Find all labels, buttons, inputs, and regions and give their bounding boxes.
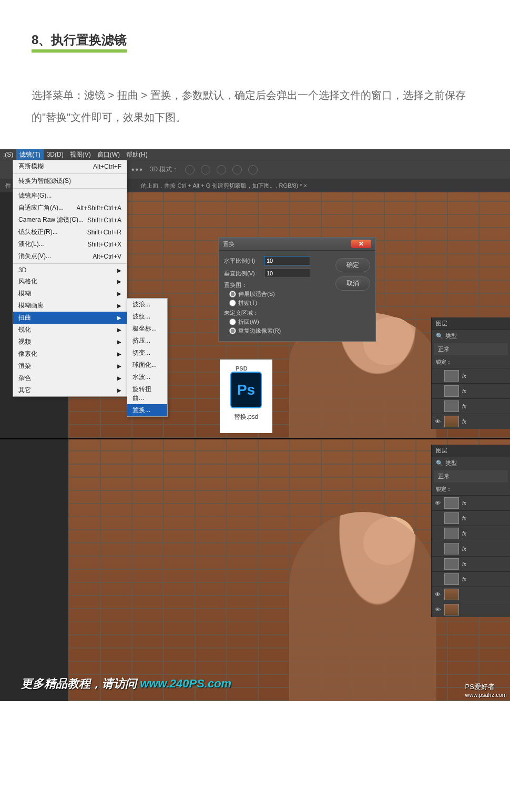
menu-3d[interactable]: 3D(D): [44, 150, 67, 159]
menu-stylize[interactable]: 风格化▶: [13, 275, 127, 287]
layer-row[interactable]: 👁: [432, 602, 510, 617]
menu-noise[interactable]: 杂色▶: [13, 372, 127, 384]
more-icon[interactable]: •••: [131, 165, 144, 174]
menu-distort[interactable]: 扭曲▶: [13, 312, 127, 324]
layers-filter[interactable]: 🔍类型: [432, 330, 510, 342]
layer-row[interactable]: fx: [432, 510, 510, 526]
layer-row[interactable]: 👁: [432, 587, 510, 602]
3d-roll-icon[interactable]: [201, 165, 210, 174]
chevron-right-icon: ▶: [117, 303, 121, 309]
visibility-icon[interactable]: 👁: [434, 418, 441, 425]
layer-thumb: [444, 385, 459, 397]
menu-render[interactable]: 渲染▶: [13, 360, 127, 372]
layer-thumb: [444, 589, 459, 600]
footer-text: 更多精品教程，请访问 www.240PS.com: [21, 676, 231, 692]
submenu-ripple[interactable]: 波纹...: [127, 311, 167, 323]
menu-3d-sub[interactable]: 3D▶: [13, 265, 127, 275]
submenu-zigzag[interactable]: 水波...: [127, 371, 167, 383]
h-scale-input[interactable]: [264, 256, 310, 265]
psd-file-thumbnail[interactable]: Ps 替换.psd: [220, 359, 272, 433]
chevron-right-icon: ▶: [117, 291, 121, 296]
footer-link[interactable]: www.240PS.com: [140, 677, 231, 690]
layers-filter[interactable]: 🔍类型: [432, 457, 510, 469]
3d-zoom-icon[interactable]: [248, 165, 258, 174]
chevron-right-icon: ▶: [117, 339, 121, 345]
layer-row[interactable]: fx: [432, 541, 510, 556]
blend-mode[interactable]: 正常: [434, 470, 508, 482]
fx-icon: fx: [462, 577, 466, 582]
menu-help[interactable]: 帮助(H): [123, 149, 151, 160]
menu-adaptive-wide[interactable]: 自适应广角(A)...Alt+Shift+Ctrl+A: [13, 202, 127, 214]
menu-last-filter[interactable]: 高斯模糊Alt+Ctrl+F: [13, 160, 127, 172]
h-scale-label: 水平比例(H): [224, 257, 261, 265]
submenu-pinch[interactable]: 挤压...: [127, 335, 167, 347]
submenu-shear[interactable]: 切变...: [127, 347, 167, 359]
menu-liquify[interactable]: 液化(L)...Shift+Ctrl+X: [13, 238, 127, 250]
menu-other[interactable]: 其它▶: [13, 384, 127, 396]
layer-row[interactable]: fx: [432, 556, 510, 571]
menu-view[interactable]: 视图(V): [67, 149, 94, 160]
screenshot-before: :(S) 滤镜(T) 3D(D) 视图(V) 窗口(W) 帮助(H) ••• 3…: [0, 149, 510, 438]
menu-separator: [13, 263, 127, 264]
layer-row[interactable]: 👁fx: [432, 495, 510, 510]
map-stretch-radio[interactable]: [229, 291, 236, 297]
layer-row[interactable]: fx: [432, 571, 510, 587]
document-tab[interactable]: 的上面，并按 Ctrl + Alt + G 创建剪切蒙版，如下图。, RGB/8…: [141, 182, 307, 190]
3d-pan-icon[interactable]: [217, 165, 226, 174]
layer-row[interactable]: fx: [432, 526, 510, 541]
menu-lens-correction[interactable]: 镜头校正(R)...Shift+Ctrl+R: [13, 226, 127, 238]
map-tile-label: 拼贴(T): [238, 299, 257, 307]
visibility-icon[interactable]: 👁: [434, 591, 441, 598]
layers-header[interactable]: 图层: [432, 317, 510, 330]
undef-repeat-radio[interactable]: [229, 327, 236, 334]
map-tile-radio[interactable]: [229, 300, 236, 306]
visibility-icon[interactable]: 👁: [434, 607, 441, 613]
fx-icon: fx: [462, 419, 466, 425]
layer-thumb: [444, 558, 459, 570]
menu-blur-gallery[interactable]: 模糊画廊▶: [13, 300, 127, 312]
search-icon: 🔍: [436, 460, 443, 467]
menu-video[interactable]: 视频▶: [13, 336, 127, 348]
menu-sharpen[interactable]: 锐化▶: [13, 324, 127, 336]
undef-wrap-radio[interactable]: [229, 318, 236, 325]
menu-filter[interactable]: 滤镜(T): [16, 149, 43, 160]
filter-menu-dropdown: 高斯模糊Alt+Ctrl+F 转换为智能滤镜(S) 滤镜库(G)... 自适应广…: [13, 160, 127, 397]
layer-row[interactable]: 👁fx: [432, 414, 510, 429]
dialog-titlebar[interactable]: 置换 ✕: [219, 238, 375, 251]
submenu-polar[interactable]: 极坐标...: [127, 323, 167, 335]
layer-thumb: [444, 573, 459, 585]
layer-thumb: [444, 400, 459, 412]
layer-row[interactable]: fx: [432, 368, 510, 383]
cancel-button[interactable]: 取消: [335, 276, 370, 291]
v-scale-input[interactable]: [264, 269, 310, 278]
submenu-wave[interactable]: 波浪...: [127, 299, 167, 311]
menu-filter-gallery[interactable]: 滤镜库(G)...: [13, 190, 127, 202]
ok-button[interactable]: 确定: [335, 258, 370, 272]
layer-thumb: [444, 528, 459, 539]
layer-thumb: [444, 416, 459, 427]
3d-orbit-icon[interactable]: [185, 165, 195, 174]
chevron-right-icon: ▶: [117, 363, 121, 369]
menu-blur[interactable]: 模糊▶: [13, 287, 127, 300]
layer-row[interactable]: fx: [432, 398, 510, 414]
submenu-displace[interactable]: 置换...: [127, 404, 167, 416]
menu-vanishing-point[interactable]: 消失点(V)...Alt+Ctrl+V: [13, 250, 127, 262]
close-button[interactable]: ✕: [351, 240, 371, 248]
submenu-spherize[interactable]: 球面化...: [127, 359, 167, 371]
submenu-twirl[interactable]: 旋转扭曲...: [127, 383, 167, 404]
footer-prefix: 更多精品教程，请访问: [21, 677, 140, 690]
menu-pixelate[interactable]: 像素化▶: [13, 348, 127, 360]
chevron-right-icon: ▶: [117, 351, 121, 357]
layers-header[interactable]: 图层: [432, 445, 510, 457]
menu-select[interactable]: :(S): [0, 150, 16, 159]
3d-slide-icon[interactable]: [232, 165, 242, 174]
layer-row[interactable]: fx: [432, 383, 510, 398]
blend-mode[interactable]: 正常: [434, 343, 508, 355]
menu-smart-filter[interactable]: 转换为智能滤镜(S): [13, 175, 127, 187]
menu-camera-raw[interactable]: Camera Raw 滤镜(C)...Shift+Ctrl+A: [13, 214, 127, 226]
visibility-icon[interactable]: 👁: [434, 500, 441, 506]
article-section: 8、执行置换滤镜 选择菜单：滤镜 > 扭曲 > 置换，参数默认，确定后会弹出一个…: [0, 0, 510, 149]
chevron-right-icon: ▶: [117, 387, 121, 393]
chevron-right-icon: ▶: [117, 327, 121, 333]
menu-window[interactable]: 窗口(W): [94, 149, 123, 160]
